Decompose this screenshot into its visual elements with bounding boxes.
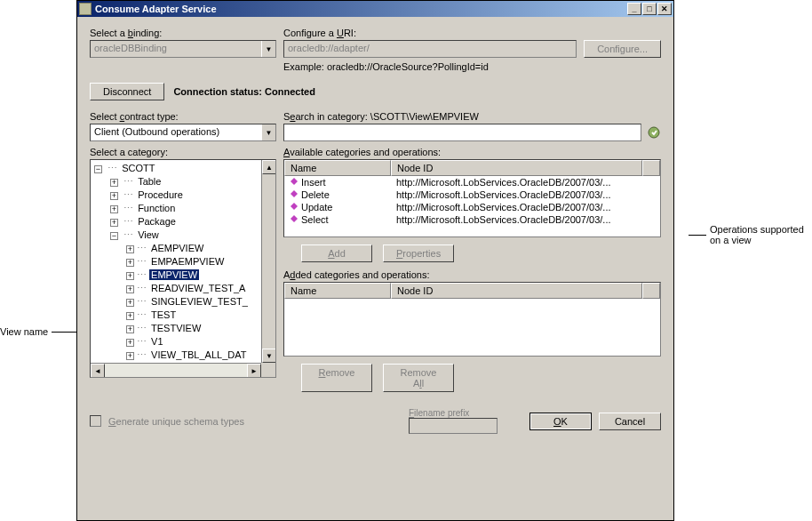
- tree-toggle[interactable]: +: [126, 245, 134, 253]
- scroll-up-icon[interactable]: ▲: [262, 160, 276, 174]
- tree-item-test[interactable]: TEST: [149, 309, 178, 320]
- close-button[interactable]: ✕: [657, 3, 672, 15]
- tree-item-function[interactable]: Function: [136, 203, 177, 213]
- gen-unique-checkbox[interactable]: [90, 415, 101, 427]
- svg-marker-3: [291, 203, 298, 210]
- scroll-right-icon[interactable]: ►: [247, 364, 261, 378]
- col-nodeid[interactable]: Node ID: [391, 160, 642, 176]
- search-label: Search in category: \SCOTT\View\EMPVIEW: [283, 111, 661, 122]
- tree-toggle[interactable]: +: [110, 219, 118, 227]
- tree-item-table[interactable]: Table: [136, 176, 163, 187]
- binding-label: Select a binding:: [90, 28, 276, 38]
- category-tree[interactable]: − ⋯ SCOTT + ⋯ Table + ⋯ Procedure: [90, 159, 276, 378]
- operation-icon: [290, 189, 299, 198]
- contract-combo[interactable]: Client (Outbound operations) ▼: [90, 124, 276, 141]
- tree-toggle[interactable]: +: [126, 272, 134, 280]
- tree-toggle[interactable]: +: [110, 179, 118, 187]
- svg-marker-2: [291, 190, 298, 197]
- remove-button[interactable]: Remove: [301, 364, 372, 392]
- scroll-down-icon[interactable]: ▼: [262, 349, 276, 363]
- tree-item-empaempview[interactable]: EMPAEMPVIEW: [149, 256, 226, 267]
- contract-label: Select contract type:: [90, 111, 276, 122]
- tree-item-package[interactable]: Package: [136, 216, 178, 227]
- configure-button[interactable]: Configure...: [584, 40, 661, 58]
- tree-item-readview[interactable]: READVIEW_TEST_A: [149, 283, 247, 293]
- category-label: Select a category:: [90, 147, 276, 157]
- tree-item-procedure[interactable]: Procedure: [136, 189, 185, 200]
- operation-icon: [290, 177, 299, 186]
- list-item[interactable]: Delete http://Microsoft.LobServices.Orac…: [284, 188, 660, 201]
- tree-toggle[interactable]: +: [126, 325, 134, 333]
- tree-item-viewtblall[interactable]: VIEW_TBL_ALL_DAT: [149, 349, 248, 360]
- scrollbar-vertical[interactable]: ▲ ▼: [261, 160, 275, 363]
- added-list[interactable]: Name Node ID: [283, 282, 661, 357]
- list-item[interactable]: Select http://Microsoft.LobServices.Orac…: [284, 213, 660, 226]
- tree-item-singleview[interactable]: SINGLEVIEW_TEST_: [149, 296, 250, 307]
- search-input[interactable]: [283, 124, 641, 141]
- col-name[interactable]: Name: [284, 283, 391, 299]
- available-label: Available categories and operations:: [283, 147, 661, 157]
- tree-item-empview[interactable]: EMPVIEW: [149, 269, 199, 280]
- binding-combo-text: oracleDBBinding: [91, 41, 261, 57]
- col-nodeid[interactable]: Node ID: [391, 283, 642, 299]
- svg-point-0: [649, 127, 659, 138]
- col-spacer: [642, 160, 660, 176]
- uri-textbox[interactable]: oracledb://adapter/: [283, 40, 577, 58]
- titlebar: Consume Adapter Service _ □ ✕: [77, 1, 673, 17]
- window-icon: [79, 3, 92, 15]
- tree-toggle[interactable]: +: [126, 259, 134, 267]
- ok-button[interactable]: OK: [529, 413, 592, 430]
- list-item[interactable]: Insert http://Microsoft.LobServices.Orac…: [284, 176, 660, 188]
- properties-button[interactable]: Properties: [383, 244, 454, 262]
- operation-icon: [290, 214, 299, 223]
- tree-toggle[interactable]: +: [110, 192, 118, 200]
- list-item[interactable]: Update http://Microsoft.LobServices.Orac…: [284, 201, 660, 213]
- minimize-button[interactable]: _: [627, 3, 641, 15]
- tree-toggle[interactable]: +: [126, 299, 134, 307]
- callout-left-text: View name: [0, 326, 48, 337]
- tree-toggle[interactable]: +: [126, 285, 134, 293]
- tree-toggle[interactable]: +: [126, 312, 134, 320]
- window-title: Consume Adapter Service: [95, 4, 217, 14]
- chevron-down-icon[interactable]: ▼: [261, 124, 275, 140]
- callout-right-line: [689, 235, 706, 236]
- scrollbar-horizontal[interactable]: ◄ ►: [91, 363, 261, 377]
- col-name[interactable]: Name: [284, 160, 391, 176]
- tree-toggle[interactable]: −: [110, 232, 118, 240]
- svg-marker-4: [291, 215, 298, 222]
- gen-unique-label: Generate unique schema types: [108, 416, 244, 427]
- tree-item-scott[interactable]: SCOTT: [120, 163, 156, 173]
- svg-marker-1: [291, 178, 298, 185]
- col-spacer: [642, 283, 660, 299]
- operation-icon: [290, 202, 299, 211]
- callout-right-text: Operations supported on a view: [710, 224, 808, 245]
- maximize-button[interactable]: □: [642, 3, 657, 15]
- tree-toggle[interactable]: −: [94, 165, 102, 173]
- chevron-down-icon[interactable]: ▼: [261, 41, 275, 57]
- dialog-window: Consume Adapter Service _ □ ✕ Select a b…: [76, 0, 674, 521]
- contract-combo-text: Client (Outbound operations): [91, 124, 261, 140]
- available-list[interactable]: Name Node ID Insert http://Microsoft.Lob…: [283, 159, 661, 237]
- tree-toggle[interactable]: +: [126, 352, 134, 360]
- filename-prefix-label: Filename prefix: [409, 408, 469, 418]
- cancel-button[interactable]: Cancel: [599, 413, 661, 430]
- filename-prefix-input[interactable]: [409, 418, 498, 434]
- scroll-left-icon[interactable]: ◄: [91, 364, 105, 378]
- added-label: Added categories and operations:: [283, 269, 661, 280]
- tree-item-v1[interactable]: V1: [149, 336, 164, 347]
- disconnect-button[interactable]: Disconnect: [90, 83, 164, 100]
- tree-item-view[interactable]: View: [136, 229, 161, 240]
- tree-toggle[interactable]: +: [126, 339, 134, 347]
- callout-ops: Operations supported on a view: [689, 224, 808, 245]
- search-go-icon[interactable]: [647, 125, 661, 140]
- remove-all-button[interactable]: Remove All: [383, 364, 454, 392]
- tree-item-testview[interactable]: TESTVIEW: [149, 323, 203, 333]
- uri-example: Example: oracledb://OracleSource?Polling…: [283, 61, 661, 72]
- binding-combo[interactable]: oracleDBBinding ▼: [90, 40, 276, 58]
- add-button[interactable]: Add: [301, 244, 372, 262]
- status-row: Disconnect Connection status: Connected: [90, 83, 661, 100]
- tree-item-aempview[interactable]: AEMPVIEW: [149, 243, 205, 253]
- tree-toggle[interactable]: +: [110, 205, 118, 213]
- status-text: Connection status: Connected: [173, 86, 315, 97]
- uri-label: Configure a URI:: [283, 28, 661, 38]
